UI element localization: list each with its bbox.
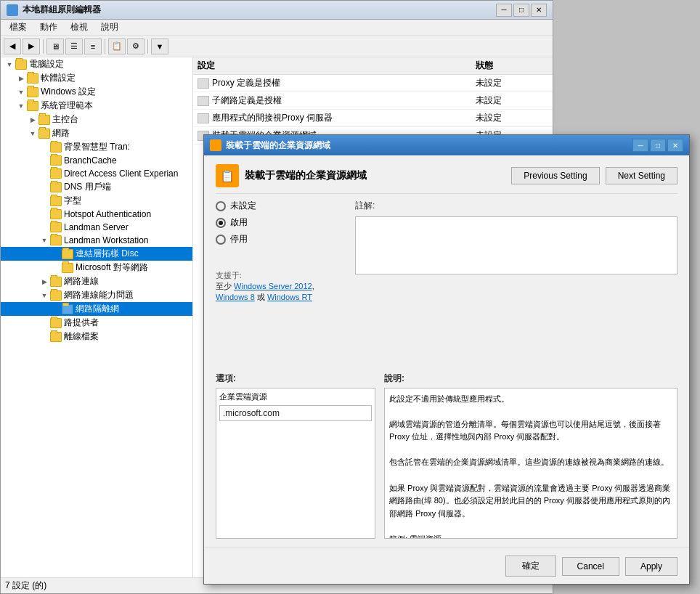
sidebar-item-directaccess[interactable]: Direct Access Client Experian	[1, 167, 192, 180]
desc-box[interactable]	[355, 216, 677, 274]
dialog-left-column: 未設定 啟用 停用 支援于: 至少 Windows Server 2012,	[216, 200, 346, 367]
menu-action[interactable]: 動作	[34, 20, 63, 35]
dialog-minimize-button[interactable]: ─	[632, 139, 648, 152]
table-row[interactable]: 子網路定義是授權 未設定	[193, 92, 553, 110]
maximize-button[interactable]: □	[513, 4, 529, 17]
dialog-right-column: 註解:	[355, 200, 677, 367]
menu-help[interactable]: 說明	[95, 20, 124, 35]
row-icon	[198, 113, 209, 123]
folder-icon	[50, 168, 62, 179]
sidebar-label: 離線檔案	[64, 330, 99, 343]
sidebar-item-network-issue[interactable]: ▼ 網路連線能力問題	[1, 288, 192, 302]
close-button[interactable]: ✕	[531, 4, 547, 17]
options-list[interactable]: 企業雲端資源	[216, 388, 375, 540]
expand-arrow: ▶	[15, 73, 27, 84]
radio-circle-checked	[216, 218, 226, 228]
sidebar-item-admin[interactable]: ▼ 系統管理範本	[1, 99, 192, 113]
sidebar-item-connection[interactable]: 連結層拓樣 Disc	[1, 247, 192, 261]
dialog-title: 裝載于雲端的企業資源網域	[226, 139, 330, 152]
sidebar-label: Hotspot Authentication	[64, 209, 151, 219]
sidebar-item-p2p[interactable]: Microsoft 對等網路	[1, 261, 192, 274]
sidebar-label: BranchCache	[64, 155, 117, 166]
radio-label: 啟用	[230, 216, 248, 229]
sidebar-item-offline[interactable]: 離線檔案	[1, 330, 192, 343]
minimize-button[interactable]: ─	[496, 4, 512, 17]
detail-button[interactable]: ≡	[84, 38, 102, 54]
sidebar-item-provider[interactable]: 路提供者	[1, 316, 192, 330]
row-name: 子網路定義是授權	[212, 94, 476, 107]
sidebar-item-background[interactable]: 背景智慧型 Tran:	[1, 140, 192, 154]
dialog-footer: 確定 Cancel Apply	[204, 548, 689, 584]
folder-icon	[62, 249, 73, 259]
sidebar-item-dns[interactable]: DNS 用戶端	[1, 180, 192, 194]
dialog-maximize-button[interactable]: □	[650, 139, 666, 152]
options-label: 選項:	[216, 373, 375, 385]
filter-button[interactable]: ▼	[151, 38, 168, 54]
sidebar-item-windows[interactable]: ▼ Windows 設定	[1, 85, 192, 99]
radio-group: 未設定 啟用 停用	[216, 200, 346, 245]
sidebar-item-controlpanel[interactable]: ▶ 主控台	[1, 113, 192, 126]
folder-icon	[27, 87, 38, 97]
folder-icon	[62, 304, 73, 314]
windows8-link[interactable]: Windows 8	[216, 293, 255, 301]
confirm-button[interactable]: 確定	[505, 556, 556, 577]
sidebar-item-landman-ws[interactable]: ▼ Landman Workstation	[1, 234, 192, 247]
toolbar-separator-3	[147, 39, 148, 54]
table-row[interactable]: 應用程式的間接視Proxy 伺服器 未設定	[193, 110, 553, 127]
sidebar-label: 網路連線能力問題	[64, 289, 134, 301]
explanation-panel: 說明: 此設定不適用於傳統型應用程式。 網域雲端資源的管道分離清單。每個雲端資源…	[384, 373, 677, 540]
sidebar-label: 網路隔離網	[76, 303, 119, 315]
radio-enabled[interactable]: 啟用	[216, 216, 346, 229]
folder-icon	[50, 142, 62, 152]
sidebar-item-network-isolation[interactable]: 網路隔離網	[1, 302, 192, 316]
settings-button[interactable]: ⚙	[127, 38, 145, 54]
row-icon	[198, 96, 209, 106]
show-icon-button[interactable]: 🖥	[46, 38, 64, 54]
expand-arrow	[50, 304, 62, 315]
menu-view[interactable]: 檢視	[65, 20, 94, 35]
sidebar-item-network-conn[interactable]: ▶ 網路連線	[1, 274, 192, 288]
menu-file[interactable]: 檔案	[4, 20, 33, 35]
sidebar-item-network[interactable]: ▼ 網路	[1, 126, 192, 140]
next-setting-button[interactable]: Next Setting	[606, 167, 677, 184]
dialog-header-title: 裝載于雲端的企業資源網域	[245, 169, 367, 182]
sidebar-label: 字型	[64, 195, 81, 207]
radio-disabled[interactable]: 停用	[216, 233, 346, 245]
sidebar-item-software[interactable]: ▶ 軟體設定	[1, 71, 192, 85]
list-button[interactable]: ☰	[65, 38, 83, 54]
windowsrt-link[interactable]: Windows RT	[267, 293, 312, 301]
cloud-resource-input[interactable]	[219, 405, 372, 421]
folder-icon	[50, 155, 62, 166]
row-name: Proxy 定義是授權	[212, 77, 476, 89]
apply-button[interactable]: Apply	[625, 557, 677, 576]
support-section: 支援于: 至少 Windows Server 2012, Windows 8 或…	[216, 261, 346, 303]
folder-icon	[50, 277, 62, 287]
policy-button[interactable]: 📋	[108, 38, 126, 54]
sidebar-item-branchcache[interactable]: BranchCache	[1, 154, 192, 167]
sidebar-item-hotspot[interactable]: Hotspot Authentication	[1, 208, 192, 221]
sidebar-item-fonts[interactable]: 字型	[1, 194, 192, 208]
row-status: 未設定	[476, 112, 548, 124]
column-status: 狀態	[476, 60, 548, 72]
panel-header: 設定 狀態	[193, 57, 553, 75]
sidebar-item-landman-server[interactable]: Landman Server	[1, 221, 192, 234]
dialog-two-col: 未設定 啟用 停用 支援于: 至少 Windows Server 2012,	[216, 200, 677, 367]
radio-circle	[216, 235, 226, 245]
folder-icon	[50, 196, 62, 206]
expand-arrow	[38, 331, 50, 343]
forward-button[interactable]: ▶	[23, 38, 40, 54]
radio-not-configured[interactable]: 未設定	[216, 200, 346, 212]
sidebar-item-computer[interactable]: ▼ 電腦設定	[1, 57, 192, 71]
windows-server-link[interactable]: Windows Server 2012	[234, 282, 312, 290]
expand-arrow: ▶	[27, 114, 38, 126]
cancel-button[interactable]: Cancel	[562, 557, 619, 576]
back-button[interactable]: ◀	[4, 38, 21, 54]
dialog-close-button[interactable]: ✕	[667, 139, 683, 152]
prev-setting-button[interactable]: Previous Setting	[511, 167, 599, 184]
row-name: 應用程式的間接視Proxy 伺服器	[212, 112, 476, 124]
folder-icon	[38, 129, 50, 139]
folder-icon	[50, 318, 62, 328]
folder-icon	[38, 115, 50, 125]
main-window-title: 本地群組原則編輯器	[23, 4, 101, 16]
table-row[interactable]: Proxy 定義是授權 未設定	[193, 75, 553, 92]
